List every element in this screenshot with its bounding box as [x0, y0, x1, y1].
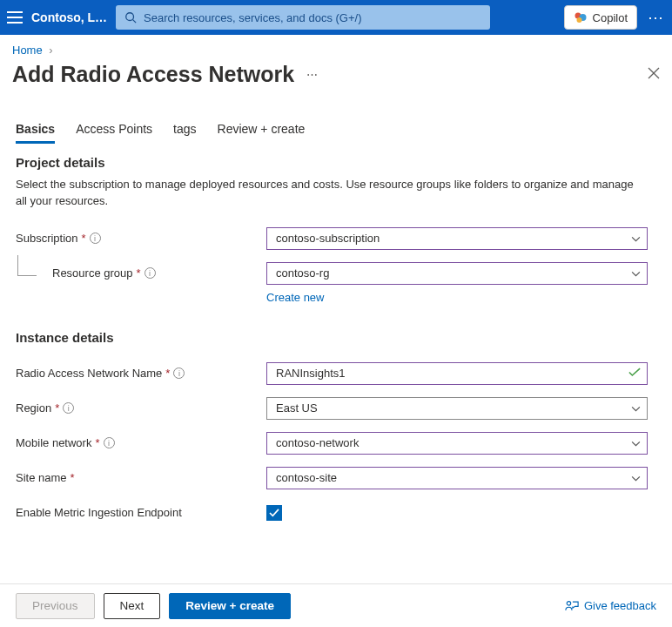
info-icon[interactable]: i [63, 402, 74, 414]
region-label: Region* i [16, 401, 266, 415]
footer-bar: Previous Next Review + create Give feedb… [0, 583, 672, 627]
tab-tags[interactable]: tags [173, 117, 196, 143]
resource-group-select[interactable] [266, 262, 648, 285]
mobile-network-label: Mobile network* i [16, 436, 266, 449]
global-header: Contoso, L… Search resources, services, … [0, 0, 672, 35]
more-menu-icon[interactable]: ⋯ [646, 10, 665, 25]
enable-metric-checkbox[interactable] [266, 505, 282, 521]
breadcrumb-home[interactable]: Home [12, 44, 43, 57]
enable-metric-label: Enable Metric Ingestion Endpoint [16, 506, 266, 519]
ran-name-input[interactable] [266, 362, 648, 385]
instance-details-heading: Instance details [16, 330, 656, 345]
resource-group-label: Resource group* i [16, 266, 266, 280]
svg-point-7 [567, 602, 570, 605]
title-more-icon[interactable]: ⋯ [306, 68, 319, 81]
project-details-desc: Select the subscription to manage deploy… [16, 177, 642, 210]
tab-strip: Basics Access Points tags Review + creat… [0, 92, 672, 143]
svg-point-4 [576, 17, 581, 23]
breadcrumb: Home › [0, 35, 672, 60]
info-icon[interactable]: i [90, 233, 101, 244]
close-icon[interactable] [648, 67, 660, 83]
info-icon[interactable]: i [173, 367, 185, 379]
search-icon [124, 11, 137, 24]
ran-name-label: Radio Access Network Name* i [16, 367, 266, 380]
tab-basics[interactable]: Basics [16, 117, 55, 143]
site-name-label: Site name* [16, 471, 266, 484]
project-details-heading: Project details [16, 155, 656, 170]
mobile-network-select[interactable] [266, 432, 648, 455]
create-new-link[interactable]: Create new [266, 291, 324, 304]
chevron-right-icon: › [49, 44, 52, 57]
global-search-input[interactable]: Search resources, services, and docs (G+… [116, 5, 490, 30]
copilot-button[interactable]: Copilot [564, 5, 637, 30]
form-content: Project details Select the subscription … [0, 143, 672, 543]
svg-point-0 [126, 13, 134, 21]
svg-line-1 [133, 20, 137, 24]
page-title: Add Radio Access Network [12, 62, 294, 87]
org-name[interactable]: Contoso, L… [31, 10, 107, 24]
search-placeholder: Search resources, services, and docs (G+… [144, 11, 361, 24]
region-select[interactable] [266, 397, 648, 420]
site-name-select[interactable] [266, 467, 648, 489]
previous-button[interactable]: Previous [16, 593, 95, 619]
give-feedback-link[interactable]: Give feedback [565, 599, 656, 612]
tab-review[interactable]: Review + create [218, 117, 306, 143]
info-icon[interactable]: i [104, 437, 115, 448]
page-title-bar: Add Radio Access Network ⋯ [0, 60, 672, 92]
tab-access-points[interactable]: Access Points [76, 117, 152, 143]
info-icon[interactable]: i [144, 267, 156, 279]
feedback-icon [565, 599, 579, 612]
subscription-label: Subscription* i [16, 232, 266, 245]
copilot-icon [574, 10, 588, 24]
next-button[interactable]: Next [104, 593, 161, 619]
subscription-select[interactable] [266, 227, 648, 250]
check-ok-icon [628, 367, 641, 380]
menu-toggle-icon[interactable] [7, 11, 23, 24]
review-create-button[interactable]: Review + create [169, 593, 291, 619]
